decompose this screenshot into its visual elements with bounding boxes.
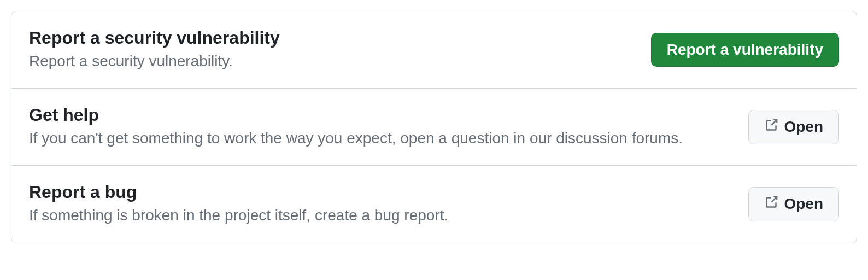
item-text: Report a bug If something is broken in t… (29, 182, 735, 226)
item-description: Report a security vulnerability. (29, 50, 638, 72)
item-get-help: Get help If you can't get something to w… (11, 89, 857, 166)
item-text: Get help If you can't get something to w… (29, 105, 735, 149)
external-link-icon (764, 118, 778, 136)
open-report-bug-button[interactable]: Open (748, 187, 839, 221)
item-description: If something is broken in the project it… (29, 205, 735, 226)
item-title: Report a security vulnerability (29, 28, 638, 48)
issue-template-list: Report a security vulnerability Report a… (11, 11, 857, 243)
item-title: Get help (29, 105, 735, 125)
item-text: Report a security vulnerability Report a… (29, 28, 638, 72)
button-label: Open (784, 195, 823, 213)
open-get-help-button[interactable]: Open (748, 110, 839, 144)
button-label: Report a vulnerability (667, 41, 823, 59)
item-report-bug: Report a bug If something is broken in t… (11, 166, 857, 242)
external-link-icon (764, 195, 778, 213)
report-vulnerability-button[interactable]: Report a vulnerability (651, 33, 839, 67)
item-report-vulnerability: Report a security vulnerability Report a… (11, 11, 857, 89)
item-description: If you can't get something to work the w… (29, 127, 735, 149)
item-title: Report a bug (29, 182, 735, 202)
button-label: Open (784, 118, 823, 136)
